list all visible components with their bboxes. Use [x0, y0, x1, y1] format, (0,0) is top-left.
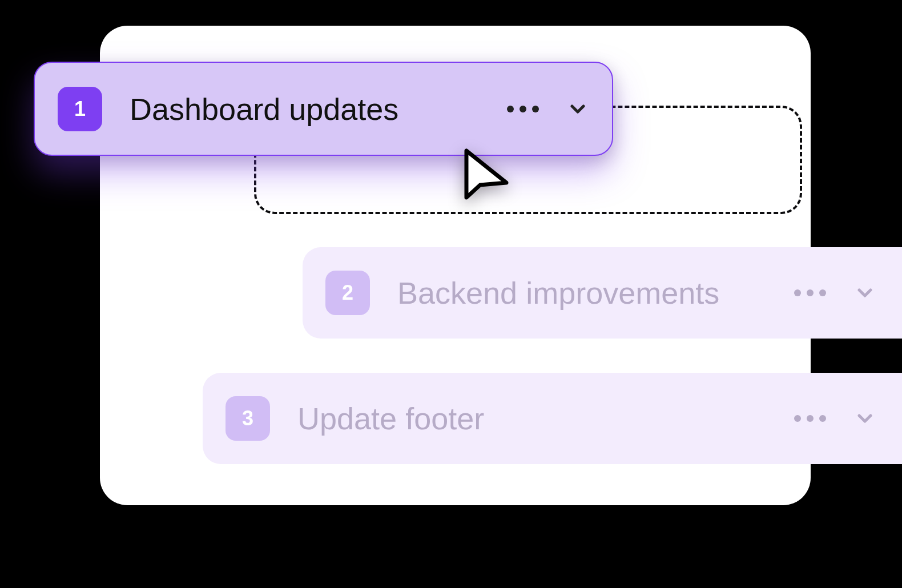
- task-number-badge: 2: [325, 271, 370, 315]
- chevron-down-icon[interactable]: [566, 98, 589, 120]
- more-icon[interactable]: [507, 106, 539, 112]
- task-number-badge: 3: [226, 396, 270, 441]
- cursor-pointer-icon: [460, 147, 517, 212]
- task-title: Dashboard updates: [130, 91, 480, 127]
- task-row-dragging[interactable]: 1 Dashboard updates: [34, 62, 613, 156]
- task-row-actions: [794, 281, 876, 304]
- more-icon[interactable]: [794, 415, 826, 422]
- chevron-down-icon[interactable]: [853, 407, 876, 430]
- task-row-actions: [507, 98, 589, 120]
- task-row-actions: [794, 407, 876, 430]
- more-icon[interactable]: [794, 289, 826, 296]
- task-row[interactable]: 3 Update footer: [203, 373, 902, 464]
- task-row[interactable]: 2 Backend improvements: [303, 247, 902, 339]
- chevron-down-icon[interactable]: [853, 281, 876, 304]
- task-number-badge: 1: [58, 87, 102, 131]
